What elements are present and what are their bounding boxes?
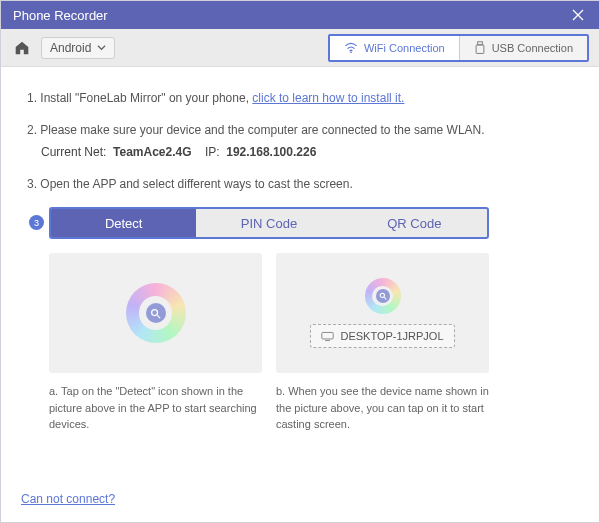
usb-connection-button[interactable]: USB Connection — [459, 36, 587, 60]
titlebar: Phone Recorder — [1, 1, 599, 29]
step1-text: 1. Install "FoneLab Mirror" on your phon… — [27, 91, 252, 105]
cast-tabs-container: 3 Detect PIN Code QR Code — [49, 207, 573, 239]
magnify-icon — [146, 303, 166, 323]
step-2: 2. Please make sure your device and the … — [27, 121, 573, 161]
svg-point-3 — [152, 309, 158, 315]
svg-rect-2 — [476, 44, 484, 53]
net-value: TeamAce2.4G — [113, 145, 192, 159]
usb-label: USB Connection — [492, 42, 573, 54]
ip-value: 192.168.100.226 — [226, 145, 316, 159]
install-link[interactable]: click to learn how to install it. — [252, 91, 404, 105]
step-1: 1. Install "FoneLab Mirror" on your phon… — [27, 89, 573, 107]
close-icon[interactable] — [569, 6, 587, 24]
network-info: Current Net: TeamAce2.4G IP: 192.168.100… — [41, 143, 573, 161]
panel-a-image — [49, 253, 262, 373]
caption-b: b. When you see the device name shown in… — [276, 383, 489, 433]
home-icon[interactable] — [11, 37, 33, 59]
usb-icon — [474, 41, 486, 55]
cannot-connect-link[interactable]: Can not connect? — [21, 492, 115, 506]
chevron-down-icon — [97, 43, 106, 52]
window-title: Phone Recorder — [13, 8, 569, 23]
detect-ring-icon — [126, 283, 186, 343]
panel-b: DESKTOP-1JRPJOL b. When you see the devi… — [276, 253, 489, 433]
tab-pin[interactable]: PIN Code — [196, 209, 341, 237]
panel-a: a. Tap on the "Detect" icon shown in the… — [49, 253, 262, 433]
net-prefix: Current Net: — [41, 145, 106, 159]
platform-label: Android — [50, 41, 91, 55]
magnify-small-icon — [376, 289, 390, 303]
device-name-box: DESKTOP-1JRPJOL — [310, 324, 454, 348]
svg-rect-5 — [322, 332, 333, 339]
step-badge-3: 3 — [29, 215, 44, 230]
device-name: DESKTOP-1JRPJOL — [340, 330, 443, 342]
content-area: 2 1. Install "FoneLab Mirror" on your ph… — [1, 67, 599, 522]
svg-point-4 — [380, 293, 384, 297]
step-3: 3. Open the APP and select different way… — [27, 175, 573, 193]
step3-text: 3. Open the APP and select different way… — [27, 177, 353, 191]
step2-text: 2. Please make sure your device and the … — [27, 123, 485, 137]
tab-qr[interactable]: QR Code — [342, 209, 487, 237]
tab-detect[interactable]: Detect — [51, 209, 196, 237]
caption-a: a. Tap on the "Detect" icon shown in the… — [49, 383, 262, 433]
ip-prefix: IP: — [205, 145, 220, 159]
monitor-icon — [321, 331, 334, 342]
wifi-icon — [344, 41, 358, 55]
panel-b-image: DESKTOP-1JRPJOL — [276, 253, 489, 373]
platform-select[interactable]: Android — [41, 37, 115, 59]
toolbar: Android WiFi Connection USB Connection — [1, 29, 599, 67]
svg-point-0 — [350, 51, 352, 53]
cast-tabs: Detect PIN Code QR Code — [49, 207, 489, 239]
connection-group: WiFi Connection USB Connection — [328, 34, 589, 62]
wifi-label: WiFi Connection — [364, 42, 445, 54]
detect-ring-small-icon — [365, 278, 401, 314]
wifi-connection-button[interactable]: WiFi Connection — [330, 36, 459, 60]
instruction-panels: a. Tap on the "Detect" icon shown in the… — [49, 253, 489, 433]
